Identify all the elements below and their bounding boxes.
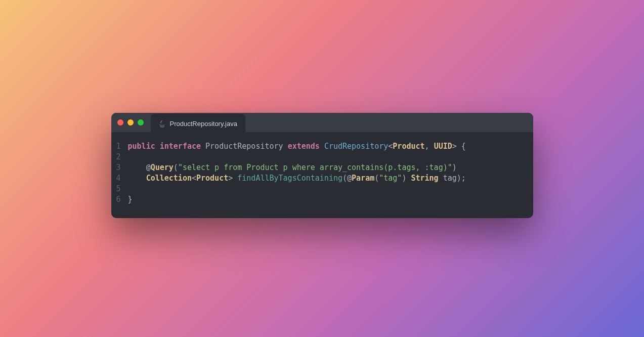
zoom-button[interactable] bbox=[138, 119, 144, 125]
line-number-gutter: 123456 bbox=[116, 141, 128, 205]
code-area[interactable]: public interface ProductRepository exten… bbox=[128, 141, 466, 205]
code-line bbox=[128, 184, 466, 194]
traffic-lights bbox=[117, 119, 144, 125]
line-number: 5 bbox=[116, 184, 121, 194]
code-line: public interface ProductRepository exten… bbox=[128, 141, 466, 152]
line-number: 2 bbox=[116, 152, 121, 162]
tab-filename: ProductRepository.java bbox=[170, 120, 237, 128]
line-number: 6 bbox=[116, 194, 121, 205]
editor[interactable]: 123456 public interface ProductRepositor… bbox=[111, 132, 533, 218]
editor-window: ProductRepository.java 123456 public int… bbox=[111, 113, 533, 218]
file-tab[interactable]: ProductRepository.java bbox=[151, 114, 245, 133]
code-line bbox=[128, 152, 466, 162]
close-button[interactable] bbox=[117, 119, 123, 125]
line-number: 4 bbox=[116, 173, 121, 184]
titlebar: ProductRepository.java bbox=[111, 113, 533, 132]
line-number: 1 bbox=[116, 141, 121, 152]
java-icon bbox=[159, 119, 166, 128]
code-line: @Query("select p from Product p where ar… bbox=[128, 162, 466, 173]
code-line: } bbox=[128, 194, 466, 205]
code-line: Collection<Product> findAllByTagsContain… bbox=[128, 173, 466, 184]
line-number: 3 bbox=[116, 162, 121, 173]
minimize-button[interactable] bbox=[127, 119, 134, 125]
